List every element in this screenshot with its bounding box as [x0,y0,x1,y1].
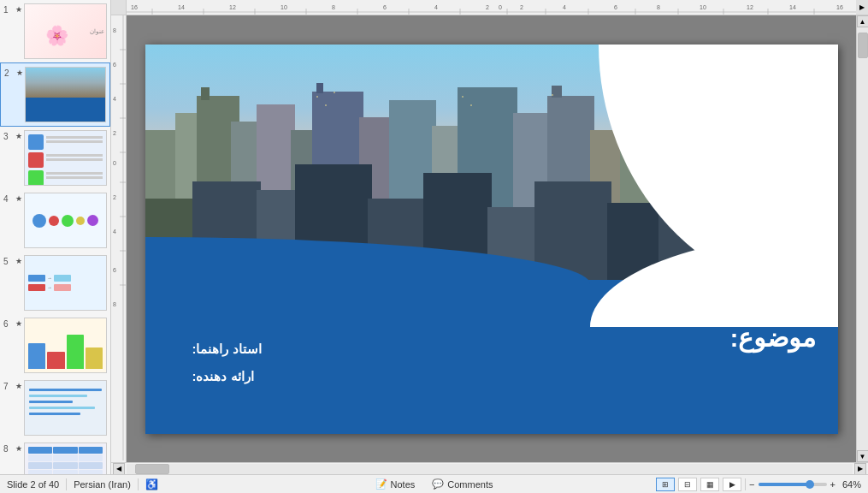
slide-number-3: 3 [3,130,15,141]
slide-sorter-button[interactable]: ⊟ [678,478,697,491]
svg-text:8: 8 [332,4,335,10]
slide-subtitle1: استاد راهنما: [192,342,262,357]
vertical-ruler-svg: 8 6 4 2 0 2 4 6 8 [111,15,127,460]
svg-text:12: 12 [747,4,753,10]
slide-title: موضوع: [730,323,817,353]
horizontal-scrollbar[interactable]: ◀ ▶ [111,462,868,474]
blue-section [145,280,838,434]
svg-text:4: 4 [563,4,566,10]
slide-thumb-6[interactable] [24,318,107,373]
scroll-right-arrow-h[interactable]: ▶ [854,463,866,475]
svg-rect-77 [334,92,335,93]
svg-rect-76 [325,104,327,106]
scroll-down-arrow[interactable]: ▼ [857,450,869,462]
svg-text:4: 4 [434,4,438,10]
slide-thumb-4[interactable] [24,193,107,248]
scroll-left-arrow[interactable]: ◀ [113,463,125,475]
svg-text:16: 16 [836,4,843,10]
slide-star-2: ★ [16,67,25,77]
slide-item-2[interactable]: 2 ★ [0,62,110,127]
slide-item-3[interactable]: 3 ★ [0,127,110,189]
svg-text:6: 6 [113,267,116,273]
scroll-up-arrow[interactable]: ▲ [857,15,869,27]
status-bar: Slide 2 of 40 Persian (Iran) ♿ 📝 Notes 💬… [0,474,868,493]
notes-label: Notes [391,479,416,490]
ruler-top: 16 14 12 10 8 6 4 2 0 2 4 6 8 10 12 14 1… [111,0,868,15]
slide-number-4: 4 [3,193,15,204]
svg-text:0: 0 [113,160,116,166]
reading-view-button[interactable]: ▦ [700,478,719,491]
slide-star-8: ★ [15,443,24,453]
slide-item-7[interactable]: 7 ★ [0,377,110,439]
accessibility-icon: ♿ [145,478,158,490]
zoom-thumb[interactable] [806,480,814,489]
slide-star-6: ★ [15,318,24,328]
horizontal-ruler: 16 14 12 10 8 6 4 2 0 2 4 6 8 10 12 14 1… [127,0,856,15]
workspace-with-scroll: 8 6 4 2 0 2 4 6 8 [111,15,868,462]
svg-rect-60 [316,83,323,93]
slide-thumb-1[interactable]: 🌸 عنوان [24,3,107,59]
slide-item-8[interactable]: 8 ★ [0,439,110,474]
notes-icon: 📝 [375,478,387,490]
slide-number-6: 6 [3,318,15,329]
svg-text:4: 4 [113,96,116,102]
slide-thumb-2[interactable] [25,67,106,122]
scroll-thumb-horizontal[interactable] [135,464,169,474]
notes-button[interactable]: 📝 Notes [372,478,419,490]
scroll-right-arrow[interactable]: ▶ [856,0,868,15]
slide-star-7: ★ [15,380,24,390]
comments-label: Comments [447,479,493,490]
zoom-track[interactable] [759,483,827,486]
zoom-plus-button[interactable]: + [830,479,836,490]
svg-rect-55 [201,87,210,100]
zoom-fill [759,483,808,486]
slide-item-6[interactable]: 6 ★ [0,314,110,377]
zoom-control[interactable]: − + 64% [749,479,861,490]
svg-text:2: 2 [486,4,489,10]
vertical-scrollbar[interactable]: ▲ ▼ [856,15,868,462]
slide-number-8: 8 [3,443,15,454]
ruler-corner [111,0,127,15]
svg-text:8: 8 [113,27,116,33]
comments-icon: 💬 [432,478,444,490]
slide-star-5: ★ [15,255,24,265]
slide-item-1[interactable]: 1 ★ 🌸 عنوان [0,0,110,62]
slide-number-2: 2 [4,67,16,78]
svg-text:2: 2 [113,130,116,136]
language-info: Persian (Iran) [74,479,131,490]
slide-thumb-7[interactable] [24,380,107,436]
svg-rect-78 [462,96,464,98]
slide-info: Slide 2 of 40 [7,479,59,490]
status-center: 📝 Notes 💬 Comments [292,478,576,490]
svg-text:8: 8 [113,301,116,307]
svg-text:14: 14 [789,4,796,10]
svg-text:10: 10 [700,4,706,10]
slide-thumb-8[interactable] [24,443,107,474]
svg-text:0: 0 [499,4,502,10]
slideshow-button[interactable]: ▶ [723,478,741,491]
comments-button[interactable]: 💬 Comments [428,478,496,490]
slide-workspace[interactable]: موضوع: استاد راهنما: ارائه دهنده: [127,15,856,462]
status-divider-1 [66,478,67,490]
status-left: Slide 2 of 40 Persian (Iran) ♿ [7,478,292,490]
svg-text:8: 8 [657,4,660,10]
scroll-thumb-vertical[interactable] [858,33,868,58]
slide-item-5[interactable]: 5 ★ → → [0,252,110,314]
main-container: 1 ★ 🌸 عنوان 2 ★ 3 ★ [0,0,868,474]
zoom-minus-button[interactable]: − [749,479,754,490]
svg-text:16: 16 [131,4,138,10]
content-area: 16 14 12 10 8 6 4 2 0 2 4 6 8 10 12 14 1… [111,0,868,474]
svg-text:4: 4 [113,229,116,235]
svg-text:2: 2 [520,4,523,10]
svg-rect-79 [470,104,472,106]
slide-thumb-5[interactable]: → → [24,255,107,311]
zoom-level[interactable]: 64% [842,479,861,490]
slide-number-5: 5 [3,255,15,266]
normal-view-button[interactable]: ⊞ [656,478,675,491]
slide-number-1: 1 [3,3,15,15]
slide-item-4[interactable]: 4 ★ [0,189,110,252]
slide-thumb-3[interactable] [24,130,107,186]
slide-star-4: ★ [15,193,24,203]
svg-text:14: 14 [178,4,185,10]
slide-panel[interactable]: 1 ★ 🌸 عنوان 2 ★ 3 ★ [0,0,111,474]
